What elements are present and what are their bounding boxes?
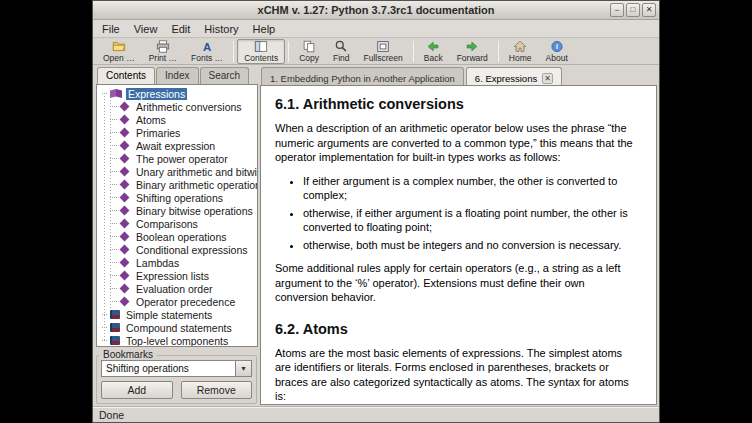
toolbar-separator (498, 41, 499, 62)
paragraph: Atoms are the most basic elements of exp… (275, 346, 640, 404)
book-icon (110, 310, 120, 319)
xchm-window: xCHM v. 1.27: Python 3.7.3rc1 documentat… (92, 0, 660, 423)
topic-icon (120, 141, 130, 151)
minimize-button[interactable]: – (610, 3, 624, 17)
topic-icon (120, 154, 130, 164)
tree-item-top-level-components[interactable]: Top-level components (99, 334, 257, 347)
contents-toggle-button[interactable]: Contents (237, 39, 285, 64)
list-item: If either argument is a complex number, … (303, 174, 640, 203)
sidebar: Contents Index Search Expressions Arithm… (93, 65, 259, 407)
forward-button[interactable]: Forward (450, 39, 495, 64)
tree-item[interactable]: Lambdas (99, 256, 257, 269)
main-area: Contents Index Search Expressions Arithm… (93, 65, 659, 407)
tree-item[interactable]: Binary arithmetic operations (99, 178, 257, 191)
menu-edit[interactable]: Edit (164, 22, 197, 36)
menu-file[interactable]: File (95, 22, 127, 36)
home-button[interactable]: Home (502, 39, 539, 64)
tree-item[interactable]: Unary arithmetic and bitwise operations (99, 165, 257, 178)
copy-button[interactable]: Copy (292, 39, 326, 64)
close-button[interactable]: ✕ (642, 3, 656, 17)
add-bookmark-button[interactable]: Add (101, 381, 173, 399)
menu-bar: File View Edit History Help (93, 20, 659, 38)
menu-help[interactable]: Help (246, 22, 283, 36)
tree-item[interactable]: Await expression (99, 139, 257, 152)
book-icon (110, 336, 120, 345)
title-bar[interactable]: xCHM v. 1.27: Python 3.7.3rc1 documentat… (93, 1, 659, 20)
topic-icon (120, 206, 130, 216)
find-button[interactable]: Find (326, 39, 357, 64)
topic-icon (120, 115, 130, 125)
conversion-rules-list: If either argument is a complex number, … (303, 174, 640, 253)
topic-icon (120, 193, 130, 203)
tree-item[interactable]: Atoms (99, 113, 257, 126)
tree-item[interactable]: Evaluation order (99, 282, 257, 295)
tab-index[interactable]: Index (156, 67, 198, 84)
content-pane: 1. Embedding Python in Another Applicati… (259, 65, 659, 407)
book-icon (110, 323, 120, 332)
open-folder-icon (112, 40, 126, 53)
tree-item-compound-statements[interactable]: Compound statements (99, 321, 257, 334)
open-book-icon (110, 89, 122, 98)
about-button[interactable]: i About (539, 39, 575, 64)
info-icon: i (550, 40, 564, 53)
tree-item[interactable]: Primaries (99, 126, 257, 139)
tree-item[interactable]: Operator precedence (99, 295, 257, 308)
menu-view[interactable]: View (127, 22, 165, 36)
topic-icon (120, 271, 130, 281)
document-view[interactable]: 6.1. Arithmetic conversions When a descr… (260, 85, 657, 405)
fullscreen-button[interactable]: Fullscreen (357, 39, 410, 64)
search-icon (334, 40, 348, 53)
tab-expressions[interactable]: 6. Expressions ✕ (466, 67, 562, 85)
contents-panel-icon (254, 40, 268, 53)
tree-item[interactable]: Arithmetic conversions (99, 100, 257, 113)
paragraph: Some additional rules apply for certain … (275, 261, 640, 305)
forward-arrow-icon (465, 40, 479, 53)
tab-contents[interactable]: Contents (97, 67, 155, 84)
list-item: otherwise, both must be integers and no … (303, 238, 640, 253)
section-heading-6-2: 6.2. Atoms (275, 321, 640, 337)
topic-icon (120, 102, 130, 112)
toolbar-separator (288, 41, 289, 62)
tree-item[interactable]: Binary bitwise operations (99, 204, 257, 217)
back-button[interactable]: Back (417, 39, 450, 64)
maximize-button[interactable]: □ (626, 3, 640, 17)
status-bar: Done (93, 407, 659, 422)
tab-embedding-python[interactable]: 1. Embedding Python in Another Applicati… (261, 67, 464, 85)
window-controls: – □ ✕ (610, 3, 656, 17)
bookmarks-selected-value: Shifting operations (102, 361, 235, 376)
svg-text:i: i (556, 42, 558, 51)
fullscreen-icon (376, 40, 390, 53)
remove-bookmark-button[interactable]: Remove (181, 381, 253, 399)
tab-close-icon[interactable]: ✕ (542, 73, 553, 84)
chevron-down-icon[interactable]: ▾ (235, 361, 251, 376)
topic-icon (120, 245, 130, 255)
window-title: xCHM v. 1.27: Python 3.7.3rc1 documentat… (93, 4, 659, 16)
menu-history[interactable]: History (197, 22, 245, 36)
tab-search[interactable]: Search (200, 67, 250, 84)
tree-item[interactable]: Conditional expressions (99, 243, 257, 256)
document-tabs: 1. Embedding Python in Another Applicati… (261, 67, 657, 85)
toolbar-separator (413, 41, 414, 62)
print-button[interactable]: Print … (142, 39, 184, 64)
list-item: otherwise, if either argument is a float… (303, 206, 640, 235)
tree-item[interactable]: The power operator (99, 152, 257, 165)
back-arrow-icon (426, 40, 440, 53)
tree-item[interactable]: Comparisons (99, 217, 257, 230)
topic-icon (120, 180, 130, 190)
section-heading-6-1: 6.1. Arithmetic conversions (275, 96, 640, 112)
tree-item-simple-statements[interactable]: Simple statements (99, 308, 257, 321)
printer-icon (156, 40, 170, 53)
topic-icon (120, 284, 130, 294)
contents-tree[interactable]: Expressions Arithmetic conversions Atoms… (96, 84, 258, 347)
tree-item-expressions[interactable]: Expressions (99, 87, 257, 100)
bookmarks-combobox[interactable]: Shifting operations ▾ (101, 360, 252, 377)
topic-icon (120, 219, 130, 229)
tree-item[interactable]: Expression lists (99, 269, 257, 282)
topic-icon (120, 232, 130, 242)
fonts-button[interactable]: A Fonts … (184, 39, 230, 64)
tree-children: Arithmetic conversions Atoms Primaries A… (99, 100, 257, 308)
tree-item[interactable]: Boolean operations (99, 230, 257, 243)
topic-icon (120, 128, 130, 138)
open-button[interactable]: Open … (96, 39, 142, 64)
tree-item[interactable]: Shifting operations (99, 191, 257, 204)
